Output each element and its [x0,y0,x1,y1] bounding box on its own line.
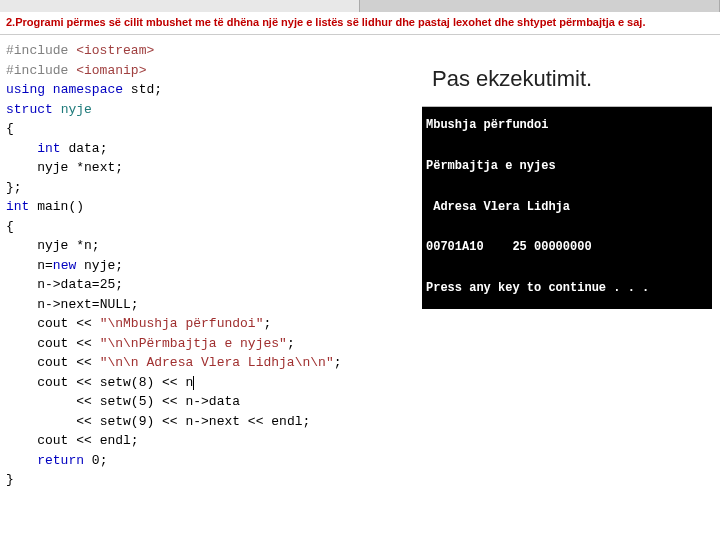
code-text: ; [287,336,295,351]
include-file: <iostream> [76,43,154,58]
console-line: 00701A10 25 00000000 [426,240,592,254]
window-tabs [0,0,720,12]
text-cursor [193,376,194,390]
code-text: << setw( [37,394,138,409]
identifier: data [68,141,99,156]
keyword: return [37,453,84,468]
console-line: Press any key to continue . . . [426,281,649,295]
code-text: n->data= [37,277,99,292]
identifier: *next [76,160,115,175]
code-text: n= [37,258,53,273]
keyword: struct [6,102,53,117]
code-text: ) << n->next << endl; [146,414,310,429]
number: 25 [100,277,116,292]
number: 0 [92,453,100,468]
code-text: << setw( [37,414,138,429]
code-text: nyje [37,160,76,175]
console-line: Mbushja përfundoi [426,118,548,132]
output-panel: Pas ekzekutimit. Mbushja përfundoi Përmb… [422,56,712,309]
brace: } [6,472,14,487]
preproc: #include [6,43,76,58]
code-text: cout << endl; [37,433,138,448]
exercise-heading: 2.Programi përmes së cilit mbushet me të… [0,12,720,35]
type-name: nyje [61,102,92,117]
brace: }; [6,180,22,195]
code-text: ; [115,277,123,292]
identifier: main() [37,199,84,214]
null-literal: NULL [100,297,131,312]
console-line: Adresa Vlera Lidhja [426,200,570,214]
keyword: int [6,199,29,214]
code-text: ) << n->data [146,394,240,409]
code-text: n->next= [37,297,99,312]
code-text: nyje *n; [37,238,99,253]
code-text: ; [263,316,271,331]
console-line: Përmbajtja e nyjes [426,159,556,173]
keyword: using [6,82,45,97]
code-text: cout << setw( [37,375,138,390]
console-output: Mbushja përfundoi Përmbajtja e nyjes Adr… [422,107,712,309]
keyword: int [37,141,60,156]
code-text: cout << [37,355,99,370]
code-text: ) << n [146,375,193,390]
keyword: namespace [53,82,123,97]
code-text: nyje; [76,258,123,273]
brace: { [6,219,14,234]
string-literal: "\nMbushja përfundoi" [100,316,264,331]
identifier: std [131,82,154,97]
tab-2 [360,0,720,12]
output-title: Pas ekzekutimit. [422,56,712,107]
string-literal: "\n\n Adresa Vlera Lidhja\n\n" [100,355,334,370]
code-text: cout << [37,336,99,351]
keyword: new [53,258,76,273]
tab-1 [0,0,360,12]
code-text: ; [131,297,139,312]
code-text: ; [334,355,342,370]
brace: { [6,121,14,136]
code-text: ; [100,453,108,468]
preproc: #include [6,63,76,78]
include-file: <iomanip> [76,63,146,78]
string-literal: "\n\nPërmbajtja e nyjes" [100,336,287,351]
code-text: cout << [37,316,99,331]
